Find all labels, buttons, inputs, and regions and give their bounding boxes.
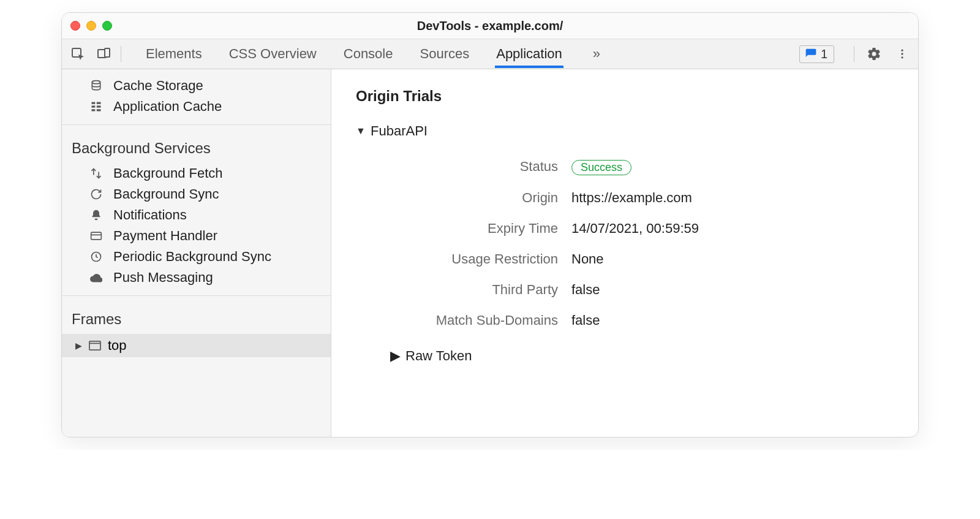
sidebar-item-label: Periodic Background Sync (113, 249, 271, 265)
settings-icon[interactable] (865, 45, 883, 63)
status-badge: Success (571, 160, 631, 175)
expiry-label: Expiry Time (380, 221, 558, 237)
sidebar-item-label: Application Cache (113, 99, 222, 115)
svg-rect-9 (92, 109, 96, 111)
svg-point-4 (901, 53, 903, 55)
raw-token-entry[interactable]: ▶ Raw Token (390, 348, 894, 364)
sidebar-item-label: Push Messaging (113, 270, 213, 286)
sidebar-item-notifications[interactable]: Notifications (62, 205, 331, 225)
expiry-value: 14/07/2021, 00:59:59 (571, 221, 894, 237)
svg-rect-12 (97, 109, 101, 111)
tab-sources[interactable]: Sources (418, 40, 470, 68)
more-tabs-icon[interactable]: » (588, 45, 605, 63)
sidebar-item-label: Background Fetch (113, 165, 223, 181)
sidebar-section-frames: Frames (62, 296, 331, 334)
sidebar-item-background-fetch[interactable]: Background Fetch (62, 163, 331, 184)
svg-rect-13 (91, 232, 102, 240)
tab-elements[interactable]: Elements (145, 40, 203, 68)
svg-rect-7 (92, 102, 96, 104)
raw-token-label: Raw Token (405, 348, 472, 364)
sidebar-item-label: Background Sync (113, 186, 219, 202)
svg-rect-2 (105, 48, 110, 57)
toolbar-divider (121, 46, 121, 62)
trial-details-table: Status Success Origin https://example.co… (380, 151, 894, 336)
close-window-button[interactable] (70, 21, 80, 31)
sidebar-item-background-sync[interactable]: Background Sync (62, 184, 331, 205)
tab-console[interactable]: Console (342, 40, 394, 68)
third-party-label: Third Party (380, 282, 558, 298)
grid-icon (90, 100, 106, 113)
chevron-right-icon: ▶ (75, 341, 82, 350)
traffic-lights (70, 21, 112, 31)
sidebar-section-background-services: Background Services (62, 125, 331, 163)
svg-point-5 (901, 56, 903, 58)
svg-rect-11 (97, 105, 101, 107)
sidebar-item-label: Cache Storage (113, 78, 203, 94)
sidebar-item-push-messaging[interactable]: Push Messaging (62, 267, 331, 288)
issues-count: 1 (821, 47, 827, 61)
sidebar-item-frame-top[interactable]: ▶ top (62, 334, 331, 357)
window-title: DevTools - example.com/ (417, 19, 564, 33)
sidebar-item-periodic-background-sync[interactable]: Periodic Background Sync (62, 246, 331, 267)
trial-entry[interactable]: ▼ FubarAPI (356, 123, 894, 139)
toolbar-right-icons (854, 45, 911, 63)
window-icon (88, 340, 102, 351)
sidebar-item-application-cache[interactable]: Application Cache (62, 96, 331, 117)
database-icon (90, 80, 106, 92)
transfer-icon (90, 167, 106, 180)
inspect-element-icon[interactable] (69, 45, 86, 63)
svg-rect-16 (89, 341, 100, 350)
clock-icon (90, 251, 106, 263)
match-sub-domains-value: false (571, 313, 894, 328)
application-sidebar: Cache Storage Application Cache Backgrou… (62, 69, 331, 437)
tab-css-overview[interactable]: CSS Overview (228, 40, 318, 68)
origin-label: Origin (380, 190, 558, 206)
svg-rect-10 (97, 102, 101, 104)
origin-value: https://example.com (571, 190, 894, 206)
panel-tabs: Elements CSS Overview Console Sources Ap… (145, 40, 605, 68)
usage-restriction-value: None (571, 251, 894, 267)
sidebar-item-payment-handler[interactable]: Payment Handler (62, 225, 331, 246)
sidebar-item-cache-storage[interactable]: Cache Storage (62, 75, 331, 96)
body-area: Cache Storage Application Cache Backgrou… (62, 69, 918, 437)
origin-trials-panel: Origin Trials ▼ FubarAPI Status Success … (331, 69, 918, 437)
sidebar-item-label: top (108, 338, 127, 354)
credit-card-icon (90, 230, 106, 242)
device-toggle-icon[interactable] (95, 45, 112, 63)
maximize-window-button[interactable] (102, 21, 112, 31)
third-party-value: false (571, 282, 894, 298)
sidebar-item-label: Notifications (113, 207, 187, 223)
usage-restriction-label: Usage Restriction (380, 251, 558, 267)
sidebar-item-label: Payment Handler (113, 228, 217, 244)
main-toolbar: Elements CSS Overview Console Sources Ap… (62, 39, 918, 69)
devtools-window: DevTools - example.com/ Elements CSS Ove… (61, 12, 919, 438)
kebab-menu-icon[interactable] (894, 45, 911, 63)
svg-point-3 (901, 50, 903, 51)
bell-icon (90, 209, 106, 221)
chevron-right-icon: ▶ (390, 348, 401, 364)
issues-badge[interactable]: 1 (799, 45, 834, 63)
panel-heading: Origin Trials (356, 88, 894, 105)
minimize-window-button[interactable] (86, 21, 96, 31)
titlebar: DevTools - example.com/ (62, 13, 918, 39)
status-label: Status (380, 159, 558, 175)
chevron-down-icon: ▼ (356, 126, 366, 137)
match-sub-domains-label: Match Sub-Domains (380, 313, 558, 328)
svg-point-6 (92, 81, 100, 84)
sync-icon (90, 188, 106, 200)
svg-rect-8 (92, 105, 96, 107)
cloud-icon (90, 273, 106, 282)
tab-application[interactable]: Application (495, 40, 564, 68)
trial-name: FubarAPI (371, 123, 428, 139)
toolbar-divider-right (854, 46, 854, 62)
